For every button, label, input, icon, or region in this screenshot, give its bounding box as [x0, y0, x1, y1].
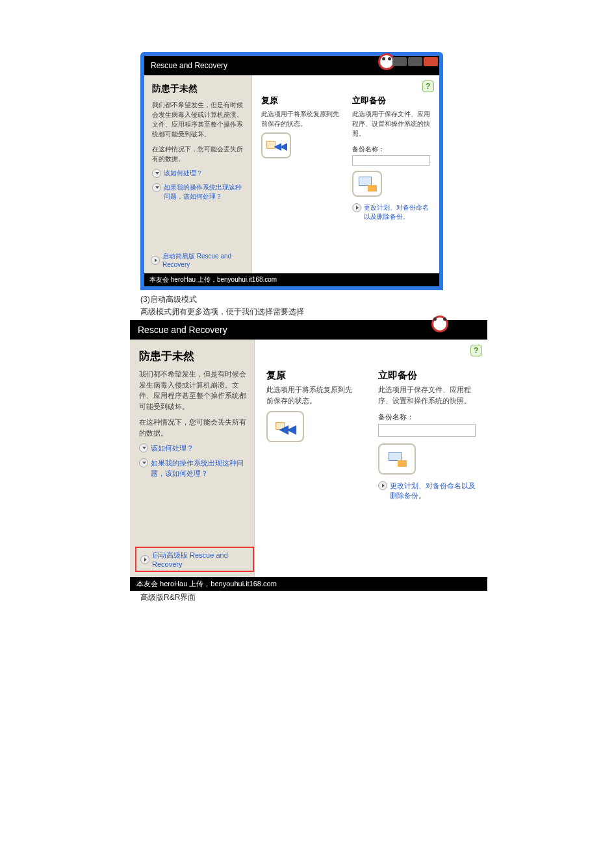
link-how-handle[interactable]: 该如何处理？ — [152, 169, 245, 178]
change-plan-label: 更改计划、对备份命名以及删除备份。 — [390, 481, 476, 501]
chevron-down-icon — [139, 443, 148, 453]
titlebar: Rescue and Recovery — [144, 56, 439, 75]
backup-section: 立即备份 此选项用于保存文件、应用程序、设置和操作系统的快照。 备份名称： 更改… — [378, 369, 476, 501]
annotation-step-desc: 高级模式拥有更多选项，便于我们选择需要选择 — [140, 306, 614, 317]
backup-name-label: 备份名称： — [378, 412, 476, 422]
app-window-large: Rescue and Recovery 防患于未然 我们都不希望发生，但是有时候… — [130, 320, 487, 591]
close-button[interactable] — [424, 57, 438, 66]
link-how-label: 该如何处理？ — [151, 443, 194, 453]
launch-simple-link[interactable]: 启动简易版 Rescue and Recovery — [151, 252, 251, 268]
change-plan-label: 更改计划、对备份命名以及删除备份。 — [364, 203, 430, 221]
backup-title: 立即备份 — [378, 369, 476, 382]
restore-button[interactable]: ◀◀ — [261, 132, 291, 158]
backup-desc: 此选项用于保存文件、应用程序、设置和操作系统的快照。 — [378, 384, 476, 406]
sidebar-heading: 防患于未然 — [152, 83, 245, 95]
annotation-step: (3)启动高级模式 — [140, 294, 614, 305]
watermark-bar: 本友会 heroHau 上传，benyouhui.it168.com — [144, 273, 439, 286]
app-title: Rescue and Recovery — [151, 61, 227, 70]
backup-name-label: 备份名称： — [352, 145, 430, 154]
link-if-problem[interactable]: 如果我的操作系统出现这种问题，该如何处理？ — [152, 183, 245, 201]
restore-desc: 此选项用于将系统复原到先前保存的状态。 — [266, 384, 359, 406]
link-how-label: 该如何处理？ — [164, 169, 203, 178]
main-panel: 复原 此选项用于将系统复原到先前保存的状态。 ◀◀ 立即备份 此选项用于保存文件… — [255, 340, 487, 577]
backup-desc: 此选项用于保存文件、应用程序、设置和操作系统的快照。 — [352, 109, 430, 138]
arrow-right-icon — [151, 256, 160, 265]
sidebar: 防患于未然 我们都不希望发生，但是有时候会发生病毒入侵或计算机崩溃。文件、应用程… — [144, 75, 252, 273]
link-if-label: 如果我的操作系统出现这种问题，该如何处理？ — [164, 183, 245, 201]
change-plan-link[interactable]: 更改计划、对备份命名以及删除备份。 — [378, 481, 476, 501]
main-panel: 复原 此选项用于将系统复原到先前保存的状态。 ◀◀ 立即备份 此选项用于保存文件… — [252, 75, 439, 273]
restore-section: 复原 此选项用于将系统复原到先前保存的状态。 ◀◀ — [266, 369, 359, 501]
annotation-bottom: 高级版R&R界面 — [140, 592, 614, 603]
restore-desc: 此选项用于将系统复原到先前保存的状态。 — [261, 109, 339, 129]
watermark-bar: 本友会 heroHau 上传，benyouhui.it168.com — [130, 577, 487, 591]
sidebar-intro: 我们都不希望发生，但是有时候会发生病毒入侵或计算机崩溃。文件、应用程序甚至整个操… — [139, 369, 246, 412]
titlebar: Rescue and Recovery — [130, 320, 487, 340]
sidebar-warn: 在这种情况下，您可能会丢失所有的数据。 — [139, 417, 246, 438]
link-how-handle[interactable]: 该如何处理？ — [139, 443, 246, 453]
backup-section: 立即备份 此选项用于保存文件、应用程序、设置和操作系统的快照。 备份名称： 更改… — [352, 95, 430, 221]
link-if-label: 如果我的操作系统出现这种问题，该如何处理？ — [151, 458, 246, 478]
launch-simple-label: 启动简易版 Rescue and Recovery — [162, 252, 251, 268]
app-window-small: Rescue and Recovery 防患于未然 我们都不希望发生，但是有时候… — [140, 52, 443, 290]
backup-button[interactable] — [352, 171, 382, 197]
change-plan-link[interactable]: 更改计划、对备份命名以及删除备份。 — [352, 203, 430, 221]
backup-name-input[interactable] — [352, 155, 430, 166]
maximize-button[interactable] — [408, 57, 422, 66]
sidebar-intro: 我们都不希望发生，但是有时候会发生病毒入侵或计算机崩溃。文件、应用程序甚至整个操… — [152, 100, 245, 139]
arrow-right-icon — [352, 203, 361, 212]
restore-button[interactable]: ◀◀ — [266, 411, 304, 442]
minimize-button[interactable] — [392, 57, 407, 66]
app-title: Rescue and Recovery — [138, 325, 227, 335]
restore-title: 复原 — [261, 95, 339, 106]
restore-icon: ◀◀ — [266, 138, 286, 153]
backup-name-input[interactable] — [378, 424, 476, 437]
launch-advanced-label: 启动高级版 Rescue and Recovery — [152, 551, 249, 568]
link-if-problem[interactable]: 如果我的操作系统出现这种问题，该如何处理？ — [139, 458, 246, 478]
help-icon[interactable] — [470, 345, 482, 356]
chevron-down-icon — [152, 169, 161, 178]
restore-icon: ◀◀ — [275, 419, 295, 434]
restore-title: 复原 — [266, 369, 359, 382]
arrow-right-icon — [378, 481, 387, 490]
backup-button[interactable] — [378, 443, 416, 475]
launch-advanced-link[interactable]: 启动高级版 Rescue and Recovery — [135, 547, 254, 572]
app-logo-icon — [431, 316, 448, 332]
backup-icon — [387, 451, 407, 467]
sidebar: 防患于未然 我们都不希望发生，但是有时候会发生病毒入侵或计算机崩溃。文件、应用程… — [130, 340, 255, 577]
chevron-down-icon — [152, 183, 161, 192]
backup-icon — [357, 176, 377, 192]
sidebar-heading: 防患于未然 — [139, 349, 246, 364]
help-icon[interactable] — [422, 81, 434, 92]
sidebar-warn: 在这种情况下，您可能会丢失所有的数据。 — [152, 144, 245, 164]
backup-title: 立即备份 — [352, 95, 430, 106]
arrow-right-icon — [140, 555, 149, 564]
chevron-down-icon — [139, 458, 148, 467]
restore-section: 复原 此选项用于将系统复原到先前保存的状态。 ◀◀ — [261, 95, 339, 221]
